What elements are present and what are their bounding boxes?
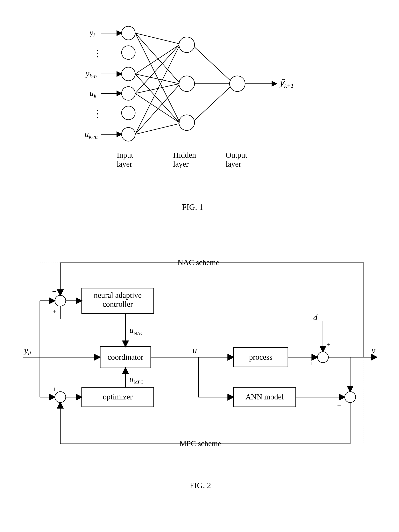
svg-point-42 [55,295,66,306]
layer-output-label: Outputlayer [226,151,247,168]
sig-umpc-sub: MPC [134,379,143,384]
sig-yd-sub: d [28,350,31,356]
svg-point-1 [122,46,135,59]
page: yk ⋮ yk-n uk ⋮ uk-m ỹk+1 Inputlayer Hidd… [0,0,399,532]
sign-plus-3: + [327,341,330,348]
figure-1: yk ⋮ yk-n uk ⋮ uk-m ỹk+1 Inputlayer Hidd… [66,19,319,212]
sig-y: y [371,346,375,355]
svg-line-25 [135,124,179,134]
sign-plus-1: + [53,308,56,315]
svg-point-7 [179,76,194,91]
svg-point-6 [179,37,194,53]
svg-text:uMPC: uMPC [129,374,143,384]
block-coord: coordinator [108,353,143,361]
svg-text:uNAC: uNAC [129,325,143,336]
sign-minus-2: – [52,404,56,411]
svg-point-43 [55,392,66,403]
svg-text:yk-n: yk-n [85,69,97,79]
svg-text:yk: yk [89,28,96,38]
svg-point-2 [122,67,135,81]
svg-point-45 [345,392,356,403]
svg-line-26 [194,47,231,81]
sig-u: u [193,346,197,355]
label-ykn-sub: k-n [89,73,97,79]
label-yhat-sub: k+1 [284,82,294,89]
nn-diagram: yk ⋮ yk-n uk ⋮ uk-m ỹk+1 Inputlayer Hidd… [66,19,319,195]
block-ann: ANN model [245,393,284,401]
svg-text:uk-m: uk-m [85,129,98,140]
svg-line-20 [135,45,179,93]
layer-hidden-label: Hiddenlayer [173,151,196,168]
sig-umpc: u [129,374,134,383]
sig-unac: u [129,325,134,335]
label-yk: y [89,28,93,37]
sig-unac-sub: NAC [134,331,143,336]
figure-2: NAC scheme MPC scheme neural adaptivecon… [23,251,377,490]
dots-2: ⋮ [92,108,102,119]
svg-text:ỹk+1: ỹk+1 [279,78,294,89]
label-uk: u [89,88,94,98]
svg-point-3 [122,87,135,100]
label-ukm: u [85,129,89,139]
svg-text:uk: uk [89,88,96,99]
sign-plus-4: + [309,360,313,367]
dots-1: ⋮ [92,48,102,59]
svg-point-4 [122,106,135,120]
sign-plus-2: + [53,386,56,393]
svg-point-8 [179,115,194,130]
block-opt: optimizer [103,393,132,401]
fig1-caption: FIG. 1 [66,203,319,212]
sign-minus-1: – [52,287,56,294]
label-uk-sub: k [94,92,96,99]
block-process: process [249,353,272,361]
svg-point-9 [230,76,245,91]
svg-line-14 [135,33,179,44]
sig-yd: y [24,346,28,355]
layer-input-label: Inputlayer [117,151,133,168]
svg-line-28 [194,87,231,121]
sign-minus-3: – [337,401,341,408]
sig-d: d [313,313,318,322]
svg-text:yd: yd [24,346,31,356]
svg-point-44 [318,352,328,363]
svg-point-5 [122,127,135,141]
fig2-caption: FIG. 2 [23,481,377,490]
block-diagram: NAC scheme MPC scheme neural adaptivecon… [23,251,377,469]
sign-plus-5: + [354,383,358,391]
svg-point-0 [122,26,135,40]
svg-line-19 [135,74,179,123]
label-ukm-sub: k-m [89,133,98,140]
label-ykn: y [85,69,89,78]
label-yk-sub: k [93,32,96,38]
